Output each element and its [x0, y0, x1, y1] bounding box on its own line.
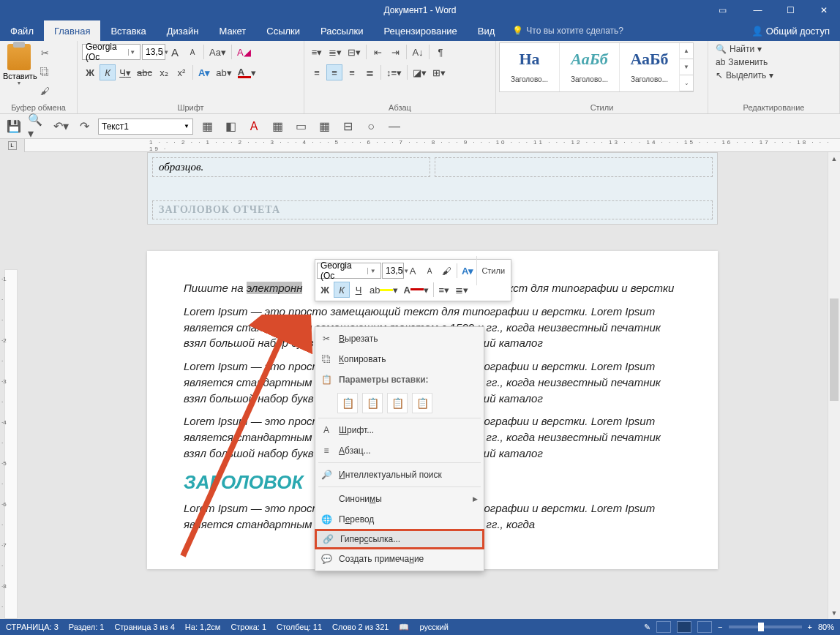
paste-merge[interactable]: 📋 — [362, 393, 383, 413]
cut-button[interactable]: ✂ — [37, 45, 53, 60]
ctx-font[interactable]: AШрифт... — [315, 420, 484, 440]
status-word-count[interactable]: Слово 2 из 321 — [332, 623, 389, 631]
paste-button[interactable]: Вставить ▼ — [3, 42, 35, 86]
mini-shrink-font[interactable]: A — [421, 263, 438, 279]
multilevel-list-button[interactable]: ⊟▾ — [345, 44, 363, 60]
ctx-synonyms[interactable]: Синонимы▶ — [315, 489, 484, 509]
mini-italic[interactable]: К — [334, 282, 350, 298]
status-line[interactable]: Строка: 1 — [230, 623, 266, 631]
status-spellcheck-icon[interactable]: 📖 — [399, 623, 409, 632]
mini-font-color[interactable]: A▾ — [460, 263, 476, 279]
mini-highlight[interactable]: ab▾ — [367, 282, 400, 298]
status-column[interactable]: Столбец: 11 — [277, 623, 322, 631]
scroll-up-icon[interactable]: ▲ — [828, 152, 840, 165]
track-changes-icon[interactable]: ✎ — [644, 623, 650, 632]
show-marks-button[interactable]: ¶ — [432, 44, 449, 60]
tab-review[interactable]: Рецензирование — [373, 20, 467, 41]
grow-font-button[interactable]: A — [167, 44, 183, 60]
status-page-of[interactable]: Страница 3 из 4 — [114, 623, 174, 631]
tab-insert[interactable]: Вставка — [100, 20, 156, 41]
font-size-combo[interactable]: 13,5▼ — [142, 44, 165, 60]
align-right-button[interactable]: ≡ — [344, 64, 360, 80]
status-section[interactable]: Раздел: 1 — [69, 623, 105, 631]
minimize-button[interactable]: — — [741, 0, 774, 20]
table-cell[interactable]: образцов. — [152, 157, 430, 177]
page-1-bottom[interactable]: образцов. ЗАГОЛОВОК ОТЧЕТА — [147, 152, 718, 225]
style-item-heading3[interactable]: АаБб Заголово... — [620, 43, 680, 91]
tab-selector[interactable]: L — [8, 141, 17, 150]
tab-design[interactable]: Дизайн — [157, 20, 209, 41]
undo-button[interactable]: ↶▾ — [51, 117, 70, 136]
find-button[interactable]: 🔍Найти ▾ — [716, 44, 773, 54]
font-name-combo[interactable]: Georgia (Ос▼ — [82, 44, 140, 60]
mini-font-combo[interactable]: Georgia (Ос▼ — [317, 263, 381, 279]
tell-me-search[interactable]: 💡 Что вы хотите сделать? — [505, 20, 631, 41]
line-spacing-button[interactable]: ↕≡▾ — [384, 64, 404, 80]
increase-indent-button[interactable]: ⇥ — [387, 44, 403, 60]
styles-more-button[interactable]: ▲▼⌄ — [680, 43, 693, 91]
paste-picture[interactable]: 📋 — [387, 393, 408, 413]
mini-bullets[interactable]: ≡▾ — [436, 282, 452, 298]
superscript-button[interactable]: x² — [173, 64, 190, 80]
close-button[interactable]: ✕ — [807, 0, 840, 20]
style-item-heading2[interactable]: АаБб Заголово... — [560, 43, 620, 91]
grid2-button[interactable]: ▦ — [315, 117, 334, 136]
ctx-smart-lookup[interactable]: 🔎Интеллектуальный поиск — [315, 465, 484, 485]
view-print-layout[interactable] — [677, 621, 691, 633]
change-case-button[interactable]: Aa▾ — [207, 44, 228, 60]
decrease-indent-button[interactable]: ⇤ — [370, 44, 386, 60]
bold-button[interactable]: Ж — [82, 64, 98, 80]
shrink-font-button[interactable]: A — [184, 44, 200, 60]
mini-underline[interactable]: Ч — [350, 282, 367, 298]
select-button[interactable]: ↖Выделить ▾ — [716, 70, 773, 80]
tab-view[interactable]: Вид — [468, 20, 506, 41]
font-color-button[interactable]: A▾ — [236, 64, 258, 80]
a-red-button[interactable]: A — [244, 117, 263, 136]
numbering-button[interactable]: ≣▾ — [326, 44, 344, 60]
ribbon-display-options-icon[interactable]: ▭ — [710, 0, 734, 20]
group-button[interactable]: ⊟ — [338, 117, 357, 136]
align-center-button[interactable]: ≡ — [326, 64, 342, 80]
borders-button[interactable]: ⊞▾ — [430, 64, 448, 80]
table-cell[interactable] — [435, 157, 713, 177]
tab-home[interactable]: Главная — [44, 20, 100, 41]
underline-button[interactable]: Ч▾ — [117, 64, 133, 80]
print-preview-button[interactable]: 🔍▾ — [28, 117, 47, 136]
copy-button[interactable]: ⿻ — [37, 64, 53, 79]
save-button[interactable]: 💾 — [4, 117, 23, 136]
ctx-cut[interactable]: ✂Вырезать — [315, 328, 484, 349]
format-painter-button[interactable]: 🖌 — [37, 83, 53, 98]
paste-keep-source[interactable]: 📋 — [337, 393, 358, 413]
ruler-vertical[interactable]: ·1···2··3··4··5··6··7··8··9·10 — [0, 152, 25, 619]
share-button[interactable]: 👤 Общий доступ — [741, 20, 840, 41]
tab-layout[interactable]: Макет — [209, 20, 256, 41]
header-placeholder[interactable]: ЗАГОЛОВОК ОТЧЕТА — [152, 200, 713, 219]
mini-font-color-2[interactable]: A▾ — [401, 282, 430, 298]
mini-styles-button[interactable]: Стили — [476, 256, 509, 285]
ctx-new-comment[interactable]: 💬Создать примечание — [315, 549, 484, 569]
zoom-level[interactable]: 80% — [818, 623, 834, 631]
style-item-heading1[interactable]: На Заголово... — [500, 43, 560, 91]
status-language[interactable]: русский — [419, 623, 448, 631]
view-read-mode[interactable] — [656, 621, 671, 633]
text-effects-button[interactable]: A▾ — [196, 64, 212, 80]
maximize-button[interactable]: ☐ — [774, 0, 807, 20]
scroll-down-icon[interactable]: ▼ — [828, 606, 840, 619]
align-left-button[interactable]: ≡ — [309, 64, 325, 80]
tab-file[interactable]: Файл — [0, 20, 44, 41]
redo-button[interactable]: ↷ — [75, 117, 94, 136]
paste-text-only[interactable]: 📋 — [412, 393, 432, 413]
clear-formatting-button[interactable]: A◢ — [235, 44, 253, 60]
mini-size-combo[interactable]: 13,5▼ — [382, 263, 404, 279]
view-web-layout[interactable] — [697, 621, 712, 633]
sort-button[interactable]: A↓ — [410, 44, 426, 60]
ctx-hyperlink[interactable]: 🔗Гиперссылка... — [315, 529, 484, 549]
tab-references[interactable]: Ссылки — [256, 20, 310, 41]
subscript-button[interactable]: x₂ — [156, 64, 172, 80]
status-at[interactable]: На: 1,2см — [185, 623, 221, 631]
tab-mailings[interactable]: Рассылки — [310, 20, 373, 41]
mini-format-painter[interactable]: 🖌 — [438, 263, 454, 279]
ctx-paragraph[interactable]: ≡Абзац... — [315, 440, 484, 461]
zoom-slider[interactable] — [729, 625, 802, 628]
new-button[interactable]: ▭ — [291, 117, 310, 136]
